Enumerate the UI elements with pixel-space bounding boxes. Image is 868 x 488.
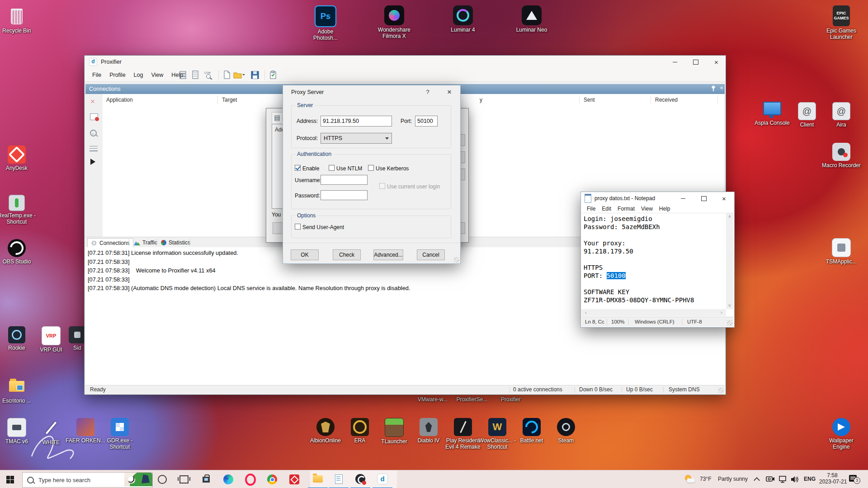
task-view-button[interactable] xyxy=(174,470,194,488)
tray-clock[interactable]: 7:58 2023-07-21 xyxy=(819,472,845,487)
hidden-icon-label-proxifier[interactable]: Proxifier xyxy=(494,396,528,403)
use-ntlm-checkbox[interactable] xyxy=(329,165,335,171)
save-profile-toolbar-icon[interactable] xyxy=(250,70,260,80)
hidden-icon-label-proxifierse[interactable]: ProxifierSe... xyxy=(452,396,492,403)
desktop-icon-filmora[interactable]: Wondershare Filmora X xyxy=(373,5,415,39)
desktop-icon-realtemp[interactable]: RealTemp.exe - Shortcut xyxy=(0,195,38,225)
desktop-icon-luminar4[interactable]: Luminar 4 xyxy=(442,5,484,33)
start-button[interactable] xyxy=(0,470,20,488)
ok-button[interactable]: OK xyxy=(291,249,319,260)
tab-statistics[interactable]: Statistics xyxy=(158,238,194,247)
notepad-menu-format[interactable]: Format xyxy=(614,205,638,212)
use-kerberos-checkbox[interactable] xyxy=(368,165,374,171)
log-panel-toolbar-icon[interactable] xyxy=(268,70,278,80)
obs-taskbar-button[interactable] xyxy=(350,470,370,488)
red-app-button[interactable] xyxy=(284,470,304,488)
details-list-icon[interactable] xyxy=(90,146,98,152)
hide-window-icon[interactable] xyxy=(90,113,98,120)
edge-button[interactable] xyxy=(218,470,238,488)
send-user-agent-checkbox[interactable] xyxy=(295,224,301,230)
search-zoom-icon[interactable]: + xyxy=(90,130,97,136)
use-kerberos-label[interactable]: Use Kerberos xyxy=(376,165,409,172)
desktop-icon-steam[interactable]: Steam xyxy=(545,418,587,444)
use-ntlm-label[interactable]: Use NTLM xyxy=(336,165,362,172)
column-target[interactable]: Target xyxy=(222,97,237,103)
column-divider[interactable] xyxy=(579,96,580,104)
cancel-button[interactable]: Cancel xyxy=(417,249,445,260)
desktop-icon-recycle-bin[interactable]: Recycle Bin xyxy=(0,6,38,34)
tray-temperature[interactable]: 73°F xyxy=(700,476,711,482)
scroll-up-icon[interactable]: ˄ xyxy=(726,214,733,219)
hidden-icon-label-vmware[interactable]: VMware-w... xyxy=(414,396,452,403)
speaker-icon[interactable] xyxy=(790,475,800,483)
desktop-icon-epic-games[interactable]: EPIC GAMES Epic Games Launcher xyxy=(821,5,862,40)
column-sent[interactable]: Sent xyxy=(584,97,595,103)
scroll-down-icon[interactable]: ˅ xyxy=(726,303,733,308)
desktop-icon-photoshop[interactable]: Ps Adobe Photosh... xyxy=(305,5,346,41)
taskbar-search-box[interactable]: Type here to search xyxy=(22,472,153,488)
expand-panel-icon[interactable] xyxy=(90,159,95,165)
close-button[interactable]: × xyxy=(706,56,726,68)
enable-checkbox[interactable] xyxy=(295,165,301,171)
menu-log[interactable]: Log xyxy=(130,70,147,80)
check-button[interactable]: Check xyxy=(333,249,361,260)
microsoft-store-button[interactable] xyxy=(196,470,216,488)
notepad-maximize-button[interactable] xyxy=(694,192,714,205)
chrome-button[interactable] xyxy=(262,470,282,488)
column-application[interactable]: Application xyxy=(106,97,133,103)
tray-language[interactable]: ENG xyxy=(804,476,816,482)
column-divider[interactable] xyxy=(651,96,651,104)
desktop-icon-aira[interactable]: @ Aira xyxy=(821,102,862,128)
tray-chevron-up-icon[interactable] xyxy=(754,477,760,483)
proxifier-taskbar-button[interactable]: d xyxy=(373,470,392,488)
minimize-button[interactable] xyxy=(665,56,685,68)
use-current-login-checkbox[interactable] xyxy=(379,183,385,189)
column-divider[interactable] xyxy=(217,96,218,104)
desktop-icon-gdr[interactable]: GDR.exe - Shortcut xyxy=(99,418,141,450)
proxifier-titlebar[interactable]: d Proxifier xyxy=(85,56,726,68)
notepad-menu-edit[interactable]: Edit xyxy=(599,205,614,212)
advanced-button[interactable]: Advanced... xyxy=(373,249,403,260)
username-input[interactable] xyxy=(321,175,368,185)
panel-pin-icon[interactable] xyxy=(710,85,717,92)
close-connection-icon[interactable]: × xyxy=(90,97,95,106)
desktop-icon-macro-recorder[interactable]: Macro Recorder xyxy=(821,143,862,169)
notepad-menu-help[interactable]: Help xyxy=(656,205,674,212)
tray-weather-text[interactable]: Partly sunny xyxy=(718,476,748,482)
tab-traffic[interactable]: Traffic xyxy=(131,238,161,247)
address-input[interactable] xyxy=(321,116,392,127)
panel-close-icon[interactable]: × xyxy=(718,84,725,92)
desktop-icon-obs-studio[interactable]: OBS Studio xyxy=(0,239,38,265)
scroll-right-icon[interactable]: › xyxy=(718,310,725,315)
resize-grip[interactable] xyxy=(718,388,724,393)
desktop-icon-wallpaper-engine[interactable]: Wallpaper Engine xyxy=(821,418,862,450)
notepad-text-area[interactable]: Login: joseemigdio Password: 5azeMdBEXh … xyxy=(581,213,726,309)
notepad-menu-file[interactable]: File xyxy=(584,205,599,212)
desktop-icon-luminar-neo[interactable]: Luminar Neo xyxy=(511,5,552,33)
column-received[interactable]: Received xyxy=(655,97,678,103)
menu-file[interactable]: File xyxy=(88,70,105,80)
password-input[interactable] xyxy=(321,190,368,200)
menu-view[interactable]: View xyxy=(147,70,167,80)
enable-label[interactable]: Enable xyxy=(302,165,319,172)
documents-app-button[interactable] xyxy=(329,470,349,488)
desktop-icon-tsm[interactable]: TSMApplic... xyxy=(821,238,862,265)
dialog-resize-grip[interactable] xyxy=(454,257,459,263)
tab-connections[interactable]: Connections xyxy=(87,238,133,248)
notepad-close-button[interactable]: × xyxy=(714,192,734,205)
menu-profile[interactable]: Profile xyxy=(105,70,129,80)
new-profile-toolbar-icon[interactable] xyxy=(222,70,231,80)
proxy-servers-toolbar-icon[interactable] xyxy=(178,70,188,80)
opera-button[interactable] xyxy=(241,470,260,488)
scroll-left-icon[interactable]: ‹ xyxy=(582,310,590,315)
weather-icon[interactable] xyxy=(684,474,696,485)
notepad-menu-view[interactable]: View xyxy=(638,205,656,212)
desktop-icon-anydesk[interactable]: AnyDesk xyxy=(0,145,38,171)
dialog-close-button[interactable]: × xyxy=(440,85,458,99)
cortana-button[interactable] xyxy=(152,470,172,488)
desktop-icon-escritorio[interactable]: Escritorio ... xyxy=(0,376,38,404)
meet-now-icon[interactable] xyxy=(766,475,775,483)
protocol-select[interactable]: HTTPS xyxy=(321,133,392,144)
network-icon[interactable] xyxy=(778,475,788,483)
proxy-dns-toolbar-icon[interactable]: .COM xyxy=(203,70,215,80)
